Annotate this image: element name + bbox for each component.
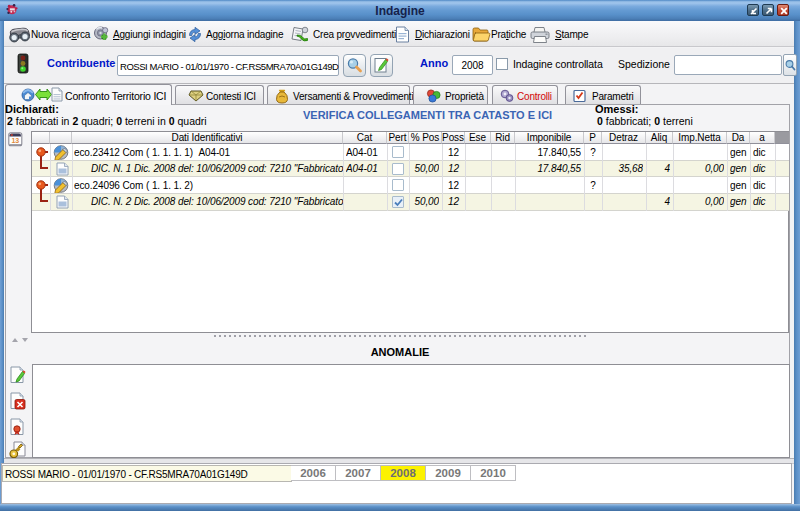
svg-text:13: 13 [11,137,19,144]
